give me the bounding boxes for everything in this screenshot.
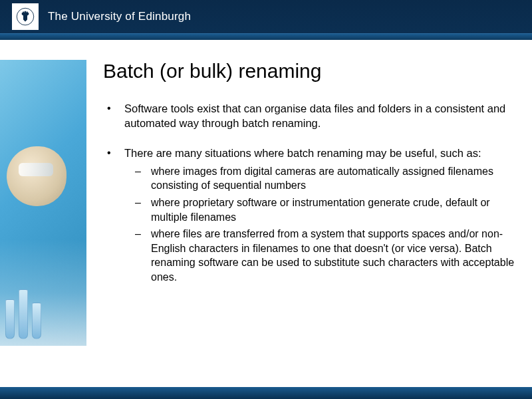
crest-icon — [15, 7, 35, 27]
header-accent-bar — [0, 33, 532, 40]
university-name: The University of Edinburgh — [48, 10, 191, 23]
university-logo — [12, 3, 39, 30]
svg-rect-3 — [25, 11, 26, 13]
sub-bullet-item: where images from digital cameras are au… — [124, 164, 515, 193]
bullet-list: Software tools exist that can organise d… — [103, 101, 515, 285]
sub-bullet-list: where images from digital cameras are au… — [124, 164, 515, 285]
slide-title: Batch (or bulk) renaming — [103, 60, 515, 82]
main-text-area: Batch (or bulk) renaming Software tools … — [103, 60, 515, 299]
bullet-item: There are many situations where batch re… — [103, 146, 515, 285]
sub-bullet-item: where files are transferred from a syste… — [124, 227, 515, 284]
sub-bullet-item: where proprietary software or instrument… — [124, 196, 515, 224]
bullet-item: Software tools exist that can organise d… — [103, 101, 515, 131]
slide-content: Batch (or bulk) renaming Software tools … — [0, 40, 532, 399]
bullet-text: There are many situations where batch re… — [124, 147, 481, 159]
bullet-text: Software tools exist that can organise d… — [124, 102, 505, 129]
svg-rect-1 — [23, 12, 24, 13]
header-bar: The University of Edinburgh — [0, 0, 532, 33]
svg-rect-2 — [27, 12, 28, 13]
side-decorative-image — [0, 60, 86, 346]
footer-bar — [0, 387, 532, 399]
